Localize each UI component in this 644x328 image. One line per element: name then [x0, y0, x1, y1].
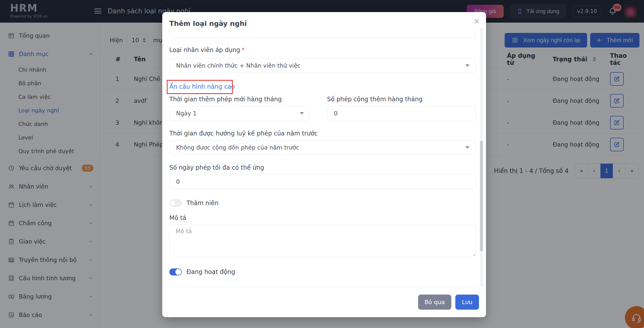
monthly-count-label: Số phép cộng thêm hàng tháng [327, 96, 476, 103]
employee-type-value: Nhân viên chính thức + Nhân viên thử việ… [176, 62, 301, 69]
chevron-down-icon [465, 146, 469, 149]
chevron-down-icon [465, 64, 469, 67]
employee-type-select[interactable]: Nhân viên chính thức + Nhân viên thử việ… [169, 58, 476, 73]
monthly-time-select[interactable]: Ngày 1 [169, 106, 310, 121]
close-icon[interactable]: × [474, 17, 479, 26]
carry-over-select[interactable]: Không được cộng dồn phép của năm trước [169, 140, 476, 155]
monthly-row: Thời gian thêm phép mới hàng tháng Ngày … [169, 96, 479, 121]
monthly-count-input[interactable] [327, 106, 476, 121]
carry-over-value: Không được cộng dồn phép của năm trước [176, 144, 299, 151]
modal-title: Thêm loại ngày nghỉ [169, 20, 247, 27]
carry-over-label: Thời gian được hưởng luỹ kế phép của năm… [169, 130, 479, 137]
add-leave-type-modal: Thêm loại ngày nghỉ × Loại nhân viên áp … [162, 12, 486, 317]
monthly-time-value: Ngày 1 [176, 110, 196, 117]
seniority-toggle[interactable] [169, 200, 182, 207]
name-input-partial[interactable] [169, 28, 476, 38]
monthly-time-label: Thời gian thêm phép mới hàng tháng [169, 96, 310, 103]
description-textarea[interactable] [169, 224, 476, 256]
active-label: Đang hoạt động [186, 268, 235, 275]
modal-scrollbar[interactable] [480, 28, 483, 287]
max-advance-label: Số ngày phép tối đa có thể ứng [169, 164, 479, 171]
required-asterisk: * [242, 46, 245, 54]
save-button[interactable]: Lưu [455, 295, 479, 310]
modal-body: Loại nhân viên áp dụng* Nhân viên chính … [162, 28, 486, 287]
description-label: Mô tả [169, 214, 479, 222]
active-row: Đang hoạt động [169, 268, 479, 275]
max-advance-input[interactable] [169, 174, 476, 189]
cancel-button[interactable]: Bỏ qua [418, 295, 451, 310]
seniority-row: Thâm niên [169, 200, 479, 207]
chevron-down-icon [300, 112, 304, 115]
scrollbar-thumb[interactable] [480, 141, 483, 251]
seniority-label: Thâm niên [186, 200, 218, 207]
hide-advanced-config-link[interactable]: Ẩn cấu hình nâng cao [169, 83, 235, 90]
employee-type-label: Loại nhân viên áp dụng* [169, 46, 479, 54]
modal-footer: Bỏ qua Lưu [162, 287, 486, 317]
screen: HRM Powered by iPOS.vn Danh sách loại ng… [0, 0, 644, 328]
employee-type-label-text: Loại nhân viên áp dụng [169, 46, 240, 54]
active-toggle[interactable] [169, 268, 182, 275]
